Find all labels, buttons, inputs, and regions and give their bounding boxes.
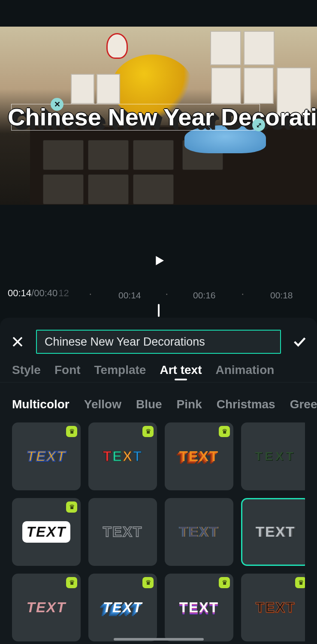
style-thumb-label: TEXT (179, 448, 219, 465)
tab-font[interactable]: Font (54, 363, 81, 377)
premium-badge-icon: ♛ (295, 577, 305, 588)
premium-badge-icon: ♛ (142, 577, 154, 588)
color-filters[interactable]: Multicolor Yellow Blue Pink Christmas Gr… (12, 398, 317, 411)
style-thumb-label: TEXT (256, 599, 295, 616)
video-preview[interactable]: Chinese New Year Decorations ✕ ⤢ (0, 27, 317, 205)
filter-christmas[interactable]: Christmas (217, 398, 275, 411)
style-thumb[interactable]: TEXT (165, 498, 233, 566)
timeline-dot: • (242, 292, 244, 297)
style-thumb[interactable]: TEXT♛ (165, 422, 233, 490)
style-thumb[interactable]: TEXT (241, 422, 305, 490)
filter-multicolor[interactable]: Multicolor (12, 398, 69, 411)
filter-green[interactable]: Green (290, 398, 317, 411)
text-input[interactable] (36, 330, 281, 354)
style-thumb[interactable]: TEXT♛ (12, 574, 81, 641)
premium-badge-icon: ♛ (142, 426, 154, 437)
timeline-dot: • (166, 292, 168, 297)
resize-handle-icon[interactable]: ⤢ (252, 118, 265, 131)
style-thumb-label: TEXT (256, 524, 295, 540)
confirm-button[interactable] (290, 332, 309, 352)
tab-style[interactable]: Style (12, 363, 41, 377)
style-thumb[interactable]: TEXT (241, 498, 305, 566)
premium-badge-icon: ♛ (219, 577, 230, 588)
time-display: 00:14/00:4012 (8, 288, 69, 299)
timeline-tick: 00:18 (270, 290, 293, 301)
premium-badge-icon: ♛ (219, 426, 230, 437)
style-thumb[interactable]: TEXT♛ (12, 422, 81, 490)
play-button[interactable] (151, 252, 167, 269)
style-thumb[interactable]: TEXT♛ (88, 422, 157, 490)
premium-badge-icon: ♛ (66, 426, 77, 437)
premium-badge-icon: ♛ (66, 577, 77, 588)
style-thumb[interactable]: TEXT♛ (12, 498, 81, 566)
timeline-dot: • (90, 292, 91, 297)
text-style-panel: Style Font Template Art text Animation M… (0, 318, 317, 644)
style-thumb-label: TEXT (103, 524, 142, 540)
filter-blue[interactable]: Blue (136, 398, 162, 411)
tab-template[interactable]: Template (94, 363, 146, 377)
style-thumb-label: TEXT (179, 524, 219, 540)
style-thumb-label: TEXT (103, 599, 142, 616)
style-thumb[interactable]: TEXT♛ (241, 574, 305, 641)
premium-badge-icon: ♛ (66, 501, 77, 513)
style-thumb-label: TEXT (255, 450, 296, 463)
text-tabs: Style Font Template Art text Animation (12, 363, 317, 377)
style-thumb-label: TEXT (103, 448, 142, 465)
style-thumb-label: TEXT (179, 599, 219, 616)
style-thumb-label: TEXT (22, 521, 70, 543)
tabs-divider (0, 382, 317, 383)
style-grid: TEXT♛TEXT♛TEXT♛TEXTTEXT♛TEXTTEXTTEXTTEXT… (12, 422, 305, 644)
timeline-tick: 00:16 (193, 290, 216, 301)
timeline-tick: 00:14 (118, 290, 141, 301)
tab-art-text[interactable]: Art text (160, 363, 202, 377)
timeline[interactable]: 00:14/00:4012 • 00:14 • 00:16 • 00:18 (0, 282, 317, 316)
tab-animation[interactable]: Animation (215, 363, 274, 377)
style-thumb[interactable]: TEXT♛ (88, 574, 157, 641)
style-thumb-label: TEXT (27, 448, 66, 465)
style-thumb-label: TEXT (27, 599, 66, 616)
filter-pink[interactable]: Pink (177, 398, 202, 411)
home-indicator (114, 638, 204, 641)
filter-yellow[interactable]: Yellow (84, 398, 121, 411)
delete-text-icon[interactable]: ✕ (51, 98, 63, 111)
close-button[interactable] (8, 332, 27, 352)
style-thumb[interactable]: TEXT♛ (165, 574, 233, 641)
playhead[interactable] (158, 304, 160, 317)
style-thumb[interactable]: TEXT (88, 498, 157, 566)
